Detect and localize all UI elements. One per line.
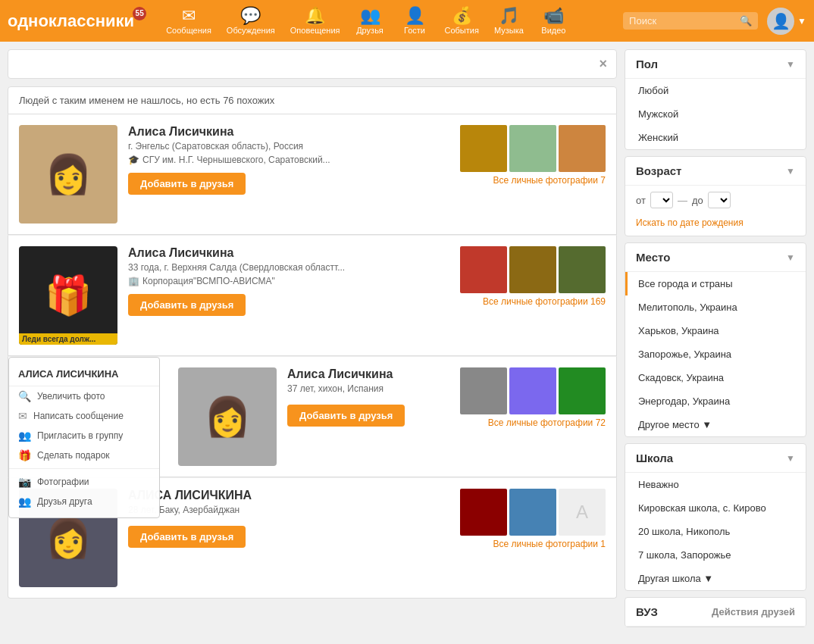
uni-title: ВУЗ [636, 605, 658, 618]
sidebar-item-school-7[interactable]: 7 школа, Запорожье [625, 543, 806, 567]
context-item-invite[interactable]: 👥 Пригласить в группу [9, 426, 159, 445]
context-item-friends[interactable]: 👥 Друзья друга [9, 492, 159, 511]
nav-notifications[interactable]: 🔔 Оповещения [284, 5, 346, 38]
sidebar-item-other-school[interactable]: Другая школа ▼ [625, 567, 806, 590]
nav-friends[interactable]: 👥 Друзья [349, 5, 391, 38]
sidebar-item-female[interactable]: Женский [625, 126, 806, 149]
person-name-2[interactable]: Алиса Лисичкина [128, 246, 443, 260]
photo-thumb[interactable] [460, 125, 507, 172]
nav-events[interactable]: 💰 События [439, 5, 485, 38]
gift-icon: 🎁 [18, 449, 31, 461]
sidebar-item-zaporizhzhia[interactable]: Запорожье, Украина [625, 342, 806, 366]
add-friend-button-4[interactable]: Добавить в друзья [128, 526, 246, 548]
context-item-gift[interactable]: 🎁 Сделать подарок [9, 445, 159, 465]
nav-music-label: Музыка [494, 26, 524, 35]
user-avatar[interactable]: 👤 [767, 8, 794, 35]
photos-link-3[interactable]: Все личные фотографии 72 [488, 417, 606, 428]
gender-chevron[interactable]: ▼ [786, 59, 795, 70]
context-item-message[interactable]: ✉ Написать сообщение [9, 406, 159, 426]
photo-thumb[interactable] [559, 367, 606, 414]
sidebar-item-skadovsk[interactable]: Скадовск, Украина [625, 366, 806, 389]
person-photos-2: Все личные фотографии 169 [454, 246, 606, 345]
sidebar-uni-header: ВУЗ Действия друзей [625, 598, 806, 627]
add-friend-button-1[interactable]: Добавить в друзья [128, 173, 246, 195]
friends-actions-label[interactable]: Действия друзей [712, 606, 795, 617]
photo-thumb[interactable] [460, 367, 507, 414]
main-layout: алиса лисичкна × Людей с таким именем не… [0, 42, 814, 641]
context-item-enlarge[interactable]: 🔍 Увеличить фото [9, 386, 159, 406]
school-chevron[interactable]: ▼ [786, 453, 795, 464]
nav-guests-label: Гости [404, 26, 425, 35]
zoom-icon: 🔍 [18, 390, 31, 402]
photo-thumb[interactable] [460, 246, 507, 293]
photo-thumb[interactable] [559, 246, 606, 293]
nav-discussions-label: Обсуждения [227, 26, 275, 35]
add-friend-button-3[interactable]: Добавить в друзья [287, 405, 405, 427]
message-icon: ✉ [18, 410, 27, 422]
clear-search-button[interactable]: × [599, 56, 607, 72]
person-card: АЛИСА ЛИСИЧКИНА 🔍 Увеличить фото ✉ Напис… [8, 356, 617, 477]
photo-thumb[interactable] [559, 125, 606, 172]
person-name-1[interactable]: Алиса Лисичкина [128, 125, 443, 139]
person-name-3[interactable]: Алиса Лисичкина [287, 367, 443, 381]
friends-context-icon: 👥 [18, 496, 31, 508]
sidebar-item-kharkiv[interactable]: Харьков, Украина [625, 319, 806, 342]
nav-messages[interactable]: ✉ Сообщения [160, 5, 218, 38]
nav-music[interactable]: 🎵 Музыка [488, 5, 530, 38]
nav-search-input[interactable] [629, 15, 735, 27]
age-to-select[interactable] [708, 192, 731, 208]
photos-link-4[interactable]: Все личные фотографии 1 [493, 539, 606, 549]
photos-link-1[interactable]: Все личные фотографии 7 [493, 175, 606, 186]
age-chevron[interactable]: ▼ [786, 166, 795, 177]
edu-text-1: СГУ им. Н.Г. Чернышевского, Саратовский.… [142, 155, 330, 165]
age-from-select[interactable] [650, 192, 673, 208]
photo-thumb[interactable] [509, 489, 556, 536]
avatar-1[interactable]: 👩 [19, 125, 117, 224]
place-chevron[interactable]: ▼ [786, 252, 795, 263]
sidebar-item-other-place[interactable]: Другое место ▼ [625, 413, 806, 436]
sidebar-item-all-places[interactable]: Все города и страны [625, 272, 806, 295]
sidebar-item-any-gender[interactable]: Любой [625, 79, 806, 102]
nav-notifications-label: Оповещения [290, 26, 340, 35]
photo-thumb[interactable]: A [559, 489, 606, 536]
sidebar-section-school: Школа ▼ Неважно Кировская школа, с. Киро… [625, 443, 806, 591]
photo-thumb[interactable] [509, 367, 556, 414]
person-location-1: г. Энгельс (Саратовская область), Россия [128, 141, 443, 152]
person-edu-1: 🎓 СГУ им. Н.Г. Чернышевского, Саратовски… [128, 155, 443, 165]
logo-text: одноклассники [8, 11, 134, 31]
nav-video[interactable]: 📹 Видео [533, 5, 574, 38]
nav-search-icon[interactable]: 🔍 [740, 15, 752, 27]
context-label-photos: Фотографии [37, 477, 89, 487]
age-from-label: от [636, 195, 646, 206]
sidebar-item-kirovo-school[interactable]: Кировская школа, с. Кирово [625, 496, 806, 520]
photos-link-2[interactable]: Все личные фотографии 169 [483, 296, 606, 307]
nav-discussions[interactable]: 💬 Обсуждения [221, 5, 281, 38]
sidebar-item-male[interactable]: Мужской [625, 102, 806, 126]
sidebar-item-school-20[interactable]: 20 школа, Никополь [625, 520, 806, 543]
photo-thumb[interactable] [460, 489, 507, 536]
sidebar-item-school-any[interactable]: Неважно [625, 473, 806, 496]
age-dash: — [678, 195, 687, 206]
photo-thumb[interactable] [509, 246, 556, 293]
age-birthday-link[interactable]: Искать по дате рождения [625, 214, 806, 236]
context-item-photos[interactable]: 📷 Фотографии [9, 472, 159, 492]
context-label-enlarge: Увеличить фото [37, 391, 105, 402]
avatar-label-2: Леди всегда долж... [19, 333, 117, 345]
search-input[interactable]: алиса лисичкна [17, 58, 599, 70]
person-location-4: 28 лет, Баку, Азербайджан [128, 505, 443, 515]
nav-guests[interactable]: 👤 Гости [394, 5, 436, 38]
sidebar-section-place: Место ▼ Все города и страны Мелитополь, … [625, 242, 806, 437]
avatar-chevron[interactable]: ▼ [797, 16, 806, 27]
sidebar-item-energodar[interactable]: Энергодар, Украина [625, 389, 806, 413]
person-name-4[interactable]: АЛИСА ЛИСИЧКИНА [128, 489, 443, 502]
sidebar-age-header: Возраст ▼ [625, 157, 806, 186]
add-friend-button-2[interactable]: Добавить в друзья [128, 294, 246, 316]
building-icon: 🏢 [128, 276, 139, 286]
sidebar-item-melitopol[interactable]: Мелитополь, Украина [625, 295, 806, 319]
avatar-2[interactable]: 🎁 Леди всегда долж... [19, 246, 117, 345]
avatar-3[interactable]: 👩 [178, 367, 277, 466]
photos-row-1 [460, 125, 606, 172]
topnav: одноклассники 55 ✉ Сообщения 💬 Обсуждени… [0, 0, 814, 42]
photo-thumb[interactable] [509, 125, 556, 172]
logo[interactable]: одноклассники 55 [8, 11, 151, 31]
